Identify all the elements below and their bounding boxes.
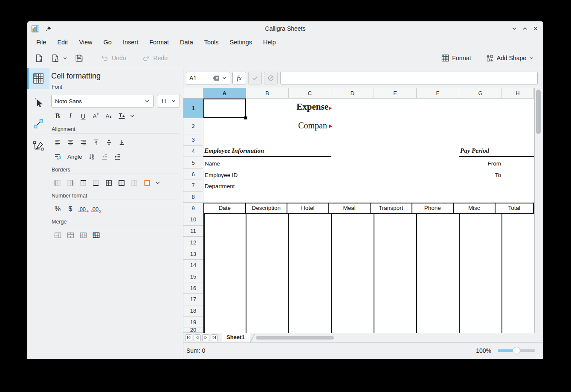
selection-tool-button[interactable] (27, 92, 49, 113)
border-color-swatch[interactable] (141, 177, 154, 189)
column-header-a[interactable]: A (203, 88, 246, 98)
column-header-d[interactable]: D (331, 88, 374, 98)
border-left-icon[interactable] (51, 177, 64, 189)
row-header-16[interactable]: 16 (183, 282, 203, 294)
font-color-icon[interactable] (115, 110, 128, 122)
path-tool-button[interactable] (27, 136, 49, 156)
cell-tool-button[interactable] (27, 68, 49, 89)
align-vcenter-icon[interactable] (102, 136, 115, 148)
percent-format-button[interactable]: % (51, 203, 64, 215)
row-header-7[interactable]: 7 (183, 180, 203, 192)
underline-button[interactable]: U (77, 110, 90, 122)
column-header-b[interactable]: B (246, 88, 289, 98)
font-family-select[interactable]: Noto Sans (51, 95, 154, 107)
menu-item-format[interactable]: Format (144, 37, 174, 47)
minimize-button[interactable] (511, 25, 518, 32)
row-header-15[interactable]: 15 (183, 271, 203, 283)
vertical-scrollbar-thumb[interactable] (536, 90, 541, 134)
row-header-20[interactable]: 20 (183, 328, 203, 333)
redo-button[interactable]: Redo (139, 52, 171, 64)
selection-fill-handle[interactable] (244, 116, 247, 119)
row-header-14[interactable]: 14 (183, 260, 203, 271)
menu-item-go[interactable]: Go (98, 37, 117, 47)
increase-indent-icon[interactable] (111, 151, 124, 162)
row-header-17[interactable]: 17 (183, 294, 203, 305)
border-outer-icon[interactable] (115, 177, 128, 189)
increase-precision-button[interactable]: .00+ (77, 203, 90, 215)
sheet-tab-active[interactable]: Sheet1 (222, 333, 250, 342)
grid-content[interactable]: Expense Compan Employee Information Pay … (203, 99, 534, 333)
merge-vertical-icon[interactable] (77, 229, 90, 241)
previous-sheet-button[interactable] (194, 334, 201, 341)
row-header-13[interactable]: 13 (183, 248, 203, 260)
align-center-icon[interactable] (64, 136, 77, 148)
border-none-icon[interactable] (128, 177, 141, 189)
next-sheet-button[interactable] (202, 334, 209, 341)
row-header-8[interactable]: 8 (183, 192, 203, 203)
apply-formula-button[interactable] (248, 72, 262, 84)
unmerge-cells-icon[interactable] (90, 229, 102, 241)
last-sheet-button[interactable] (211, 334, 218, 341)
column-header-e[interactable]: E (374, 88, 417, 98)
shrink-font-icon[interactable]: A (102, 110, 115, 122)
menu-item-insert[interactable]: Insert (117, 37, 144, 47)
border-bottom-icon[interactable] (90, 177, 102, 189)
border-all-icon[interactable] (102, 177, 115, 189)
maximize-button[interactable] (522, 25, 528, 32)
row-header-1[interactable]: 1 (183, 99, 203, 118)
italic-button[interactable]: I (64, 110, 77, 122)
vertical-scrollbar[interactable] (534, 88, 542, 333)
row-header-5[interactable]: 5 (183, 157, 203, 168)
open-recent-chevron[interactable] (61, 56, 68, 61)
add-shape-button[interactable]: Add Shape (482, 52, 537, 64)
row-header-10[interactable]: 10 (183, 214, 203, 226)
line-tool-button[interactable] (27, 113, 49, 134)
row-header-4[interactable]: 4 (183, 146, 203, 157)
menu-item-help[interactable]: Help (258, 37, 281, 47)
close-button[interactable] (532, 25, 539, 32)
font-color-chevron[interactable] (128, 110, 136, 122)
menu-item-view[interactable]: View (73, 37, 98, 47)
row-header-9[interactable]: 9 (183, 203, 203, 214)
row-header-2[interactable]: 2 (183, 118, 203, 134)
cell-reference-combo[interactable]: A1 (186, 72, 230, 84)
formula-input[interactable] (280, 72, 538, 84)
first-sheet-button[interactable] (185, 334, 192, 341)
border-right-icon[interactable] (64, 177, 77, 189)
border-chevron[interactable] (154, 177, 162, 189)
cancel-formula-button[interactable] (264, 72, 278, 84)
align-right-icon[interactable] (77, 136, 90, 148)
row-header-3[interactable]: 3 (183, 134, 203, 146)
select-all-corner[interactable] (183, 88, 203, 99)
spreadsheet-grid[interactable]: ABCDEFGH 1234567891011121314151617181920… (183, 88, 542, 333)
save-button[interactable] (72, 52, 85, 64)
open-document-button[interactable] (49, 52, 61, 64)
bold-button[interactable]: B (51, 110, 64, 122)
chevron-down-icon[interactable] (222, 75, 227, 81)
decrease-precision-button[interactable]: .00x (90, 203, 102, 215)
row-header-19[interactable]: 19 (183, 317, 203, 328)
merge-cells-icon[interactable] (51, 229, 64, 241)
decrease-indent-icon[interactable] (99, 151, 111, 162)
align-bottom-icon[interactable] (115, 136, 128, 148)
menu-item-edit[interactable]: Edit (52, 37, 73, 47)
undo-button[interactable]: Undo (97, 52, 129, 64)
menu-item-settings[interactable]: Settings (224, 37, 258, 47)
menu-item-tools[interactable]: Tools (199, 37, 224, 47)
row-header-11[interactable]: 11 (183, 226, 203, 237)
merge-horizontal-icon[interactable] (64, 229, 77, 241)
vertical-text-icon[interactable]: ab (86, 151, 99, 162)
currency-format-button[interactable]: $ (64, 203, 77, 215)
menu-item-file[interactable]: File (31, 37, 52, 47)
menu-item-data[interactable]: Data (174, 37, 199, 47)
align-left-icon[interactable] (51, 136, 64, 148)
new-document-button[interactable] (32, 52, 45, 64)
title-bar[interactable]: Calligra Sheets (27, 21, 543, 36)
formula-fx-button[interactable]: fx (232, 72, 246, 84)
zoom-slider[interactable] (498, 349, 535, 352)
format-button[interactable]: Format (438, 52, 474, 64)
angle-button[interactable]: Angle (64, 154, 86, 160)
horizontal-scrollbar-thumb[interactable] (256, 336, 334, 340)
column-header-g[interactable]: G (459, 88, 502, 98)
zoom-slider-knob[interactable] (513, 347, 520, 354)
